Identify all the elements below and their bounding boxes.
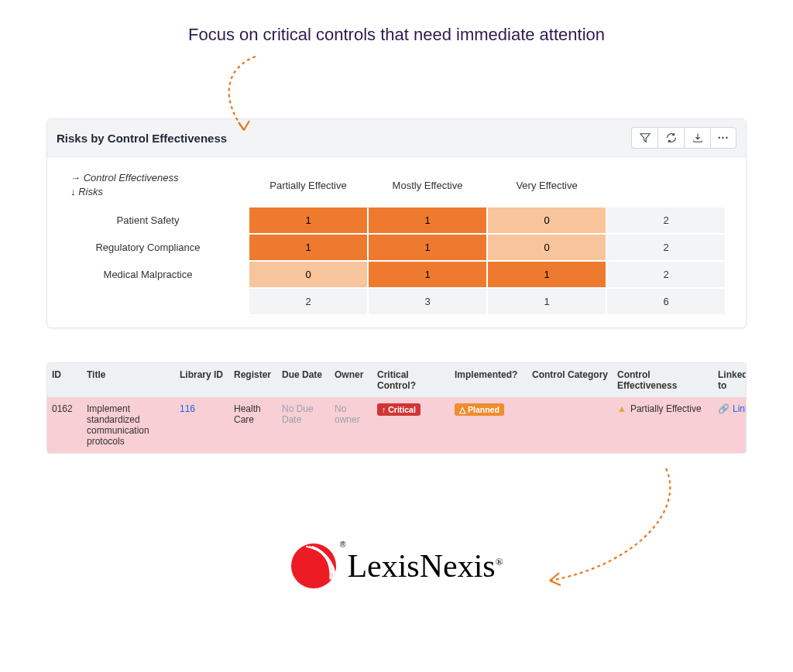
warning-triangle-icon: ▲ xyxy=(617,403,627,414)
effectiveness-label: Partially Effective xyxy=(630,403,702,414)
linked-to-label: Link xyxy=(733,403,747,414)
matrix-cell[interactable]: 1 xyxy=(249,234,368,261)
matrix-row-label: Regulatory Compliance xyxy=(47,235,249,260)
cell-critical: ↑ Critical xyxy=(372,397,450,453)
matrix-cell[interactable]: 0 xyxy=(249,261,368,288)
axis-rows-label: Risks xyxy=(78,186,103,197)
matrix-cell[interactable]: 1 xyxy=(368,261,487,288)
matrix-cell[interactable]: 0 xyxy=(487,234,606,261)
cell-implemented: △ Planned xyxy=(450,397,527,453)
table-header[interactable]: Control Effectiveness xyxy=(613,363,713,397)
matrix-row: Patient Safety1102 xyxy=(47,207,746,234)
brand-logo-icon: ® xyxy=(290,542,338,590)
matrix-row: Medical Malpractice0112 xyxy=(47,261,746,288)
link-icon: 🔗 xyxy=(718,403,729,414)
matrix-row-label: Patient Safety xyxy=(47,207,249,233)
matrix-row: 2316 xyxy=(47,288,746,315)
table-header[interactable]: Library ID xyxy=(175,363,229,397)
brand-logo: ® LexisNexis® xyxy=(0,542,793,590)
table-header[interactable]: ID xyxy=(47,363,82,397)
cell-due-date: No Due Date xyxy=(277,397,330,453)
cell-owner: No owner xyxy=(330,397,372,453)
cell-title: Implement standardized communication pro… xyxy=(82,397,175,453)
filter-icon xyxy=(640,132,651,143)
matrix-cell[interactable]: 1 xyxy=(487,288,606,315)
matrix-cell[interactable]: 2 xyxy=(606,234,726,261)
registered-icon: ® xyxy=(340,540,345,549)
matrix-cell[interactable]: 1 xyxy=(368,234,487,261)
more-button[interactable]: ··· xyxy=(710,127,736,149)
matrix-col-header: Mostly Effective xyxy=(368,180,487,191)
table-header[interactable]: Linked to xyxy=(713,363,747,397)
matrix-cell[interactable]: 2 xyxy=(606,261,726,288)
matrix-row-label: Medical Malpractice xyxy=(47,262,249,287)
matrix-cell[interactable]: 1 xyxy=(249,207,368,234)
risk-matrix: → Control Effectiveness ↓ Risks Partiall… xyxy=(47,157,746,327)
matrix-col-header: Very Effective xyxy=(487,180,606,191)
table-header[interactable]: Implemented? xyxy=(450,363,527,397)
arrow-up-icon: ↑ xyxy=(382,405,386,414)
planned-badge-label: Planned xyxy=(468,405,499,414)
table-header[interactable]: Title xyxy=(82,363,175,397)
cell-id: 0162 xyxy=(47,397,82,453)
matrix-row-label xyxy=(47,295,249,309)
table-header[interactable]: Owner xyxy=(330,363,372,397)
critical-badge-label: Critical xyxy=(388,405,416,414)
matrix-cell[interactable]: 3 xyxy=(368,288,487,315)
refresh-button[interactable] xyxy=(657,127,684,149)
matrix-cell[interactable]: 0 xyxy=(487,207,606,234)
cell-category xyxy=(527,397,613,453)
refresh-icon xyxy=(666,132,677,143)
table-header[interactable]: Critical Control? xyxy=(372,363,450,397)
matrix-cell[interactable]: 2 xyxy=(249,288,368,315)
matrix-row: Regulatory Compliance1102 xyxy=(47,234,746,261)
annotation-arrow-icon xyxy=(201,53,279,138)
filter-button[interactable] xyxy=(631,127,657,149)
matrix-cell[interactable]: 2 xyxy=(606,207,726,234)
cell-register: Health Care xyxy=(229,397,277,453)
ellipsis-icon: ··· xyxy=(718,132,729,144)
warning-icon: △ xyxy=(459,405,465,414)
critical-badge: ↑ Critical xyxy=(377,403,421,416)
table-header[interactable]: Due Date xyxy=(277,363,330,397)
detail-table: ID Title Library ID Register Due Date Ow… xyxy=(46,362,747,454)
table-row[interactable]: 0162 Implement standardized communicatio… xyxy=(47,397,746,453)
cell-library-id[interactable]: 116 xyxy=(175,397,229,453)
planned-badge: △ Planned xyxy=(455,403,504,416)
download-button[interactable] xyxy=(684,127,710,149)
registered-icon: ® xyxy=(496,556,503,567)
cell-linked-to[interactable]: 🔗 Link xyxy=(713,397,747,453)
table-header-row: ID Title Library ID Register Due Date Ow… xyxy=(47,363,746,397)
risk-matrix-card: Risks by Control Effectiveness ··· → Con… xyxy=(46,118,747,328)
axis-columns-label: Control Effectiveness xyxy=(84,172,179,183)
brand-logo-text: LexisNexis® xyxy=(347,547,503,585)
download-icon xyxy=(692,132,703,143)
table-header[interactable]: Register xyxy=(229,363,277,397)
card-header: Risks by Control Effectiveness ··· xyxy=(47,119,746,157)
matrix-cell[interactable]: 1 xyxy=(487,261,606,288)
matrix-cell[interactable]: 1 xyxy=(368,207,487,234)
card-toolbar: ··· xyxy=(631,127,736,149)
cell-effectiveness: ▲ Partially Effective xyxy=(613,397,713,453)
table-header[interactable]: Control Category xyxy=(527,363,613,397)
page-headline: Focus on critical controls that need imm… xyxy=(0,25,793,45)
matrix-col-header: Partially Effective xyxy=(249,180,368,191)
matrix-cell[interactable]: 6 xyxy=(606,288,726,315)
axis-corner-labels: → Control Effectiveness ↓ Risks xyxy=(47,171,249,199)
